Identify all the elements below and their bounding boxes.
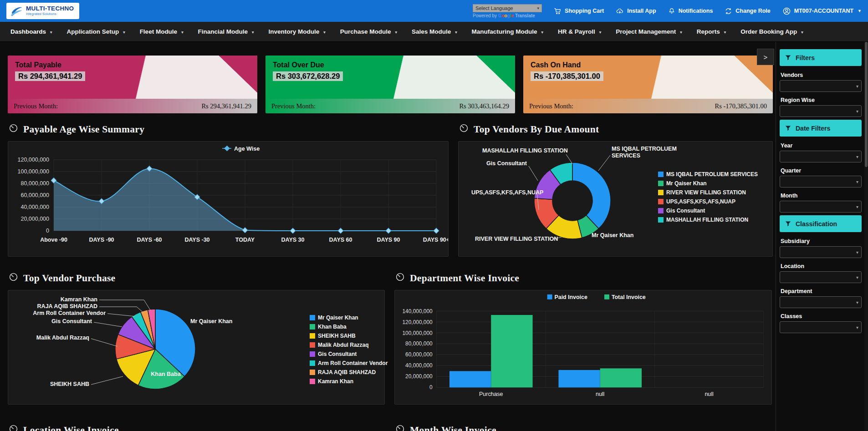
svg-text:100,000,000: 100,000,000 — [403, 330, 433, 336]
nav-item-label: Reports — [697, 28, 720, 35]
svg-text:Kamran Khan: Kamran Khan — [61, 296, 97, 303]
filter-label-quarter: Quarter — [781, 167, 861, 174]
logo-subtitle: Integrated Solutions — [26, 12, 74, 16]
gauge-icon — [459, 123, 469, 136]
legend-swatch — [658, 172, 664, 177]
filter-select-location[interactable]: ▾ — [780, 271, 862, 283]
kpi-value: Rs 303,672,628.29 — [273, 71, 343, 81]
topbar-link-notifications[interactable]: Notifications — [668, 7, 713, 15]
topbar-link-shopping-cart[interactable]: Shopping Cart — [554, 7, 604, 15]
nav-item-financial-module[interactable]: Financial Module▼ — [191, 22, 262, 41]
change-role-icon — [725, 7, 732, 15]
chevron-down-icon: ▾ — [856, 250, 858, 255]
logo[interactable]: MULTI-TECHNO Integrated Solutions — [6, 3, 79, 19]
filter-label-location: Location — [781, 263, 861, 269]
filter-label-subsidiary: Subsidiary — [781, 238, 861, 244]
nav-item-inventory-module[interactable]: Inventory Module▼ — [262, 22, 333, 41]
legend-item-gis-consultant[interactable]: Gis Consultant — [658, 206, 758, 215]
chevron-down-icon: ▾ — [856, 109, 858, 114]
legend-label: Gis Consultant — [318, 351, 357, 357]
svg-text:SHEIKH SAHB: SHEIKH SAHB — [50, 381, 89, 387]
section-header-top-vendor-purchase: Top Vendor Purchase — [9, 272, 385, 284]
legend-item-mr-qaiser-khan[interactable]: Mr Qaiser Khan — [658, 179, 758, 188]
notifications-bell-icon — [668, 7, 675, 15]
logo-swoosh-icon — [10, 5, 23, 17]
chevron-down-icon: ▼ — [122, 30, 126, 35]
chevron-down-icon: ▼ — [598, 30, 602, 35]
nav-item-dashboards[interactable]: Dashboards▼ — [4, 22, 60, 41]
legend-label: Gis Consultant — [666, 208, 705, 214]
sidebar-section-button-filters[interactable]: Filters — [780, 49, 862, 66]
legend-item-arm-roll-container-vendor[interactable]: Arm Roll Container Vendor — [310, 359, 388, 368]
section-title: Payable Age Wise Summary — [23, 124, 144, 135]
nav-item-project-management[interactable]: Project Management▼ — [609, 22, 689, 41]
svg-text:DAYS -90: DAYS -90 — [89, 237, 114, 243]
legend-item-malik-abdul-razzaq[interactable]: Malik Abdul Razzaq — [310, 340, 388, 350]
kpi-previous-value: Rs 303,463,164.29 — [459, 102, 509, 110]
legend-item-gis-consultant[interactable]: Gis Consultant — [310, 350, 388, 359]
legend-item-sheikh-sahb[interactable]: SHEIKH SAHB — [310, 331, 388, 340]
kpi-previous-value: Rs 294,361,941.29 — [201, 102, 251, 110]
scrollbar-thumb[interactable] — [865, 42, 868, 167]
nav-item-application-setup[interactable]: Application Setup▼ — [60, 22, 133, 41]
user-menu[interactable]: MT007-ACCOUNTANT ▼ — [782, 7, 862, 15]
nav-item-purchase-module[interactable]: Purchase Module▼ — [333, 22, 405, 41]
kpi-value: Rs 294,361,941.29 — [15, 71, 85, 81]
filter-select-year[interactable]: ▾ — [780, 151, 862, 162]
legend-item-kamran-khan[interactable]: Kamran Khan — [310, 377, 388, 386]
nav-item-label: Purchase Module — [340, 28, 391, 35]
topbar-link-change-role[interactable]: Change Role — [725, 7, 770, 15]
gauge-icon — [9, 123, 18, 136]
filter-select-quarter[interactable]: ▾ — [780, 176, 862, 188]
nav-item-sales-module[interactable]: Sales Module▼ — [405, 22, 465, 41]
svg-text:40,000,000: 40,000,000 — [20, 204, 49, 210]
svg-text:20,000,000: 20,000,000 — [405, 373, 433, 380]
chevron-down-icon: ▼ — [180, 30, 184, 35]
gauge-icon — [395, 272, 405, 284]
legend-item-mashallah-filling-station[interactable]: MASHALLAH FILLING STATION — [658, 215, 758, 224]
svg-text:null: null — [596, 391, 604, 397]
user-circle-icon — [782, 7, 791, 15]
legend-label: RIVER VIEW FILLING STATION — [666, 189, 746, 196]
filter-select-region-wise[interactable]: ▾ — [780, 105, 862, 117]
kpi-card-cash-on-hand: Cash On HandRs -170,385,301.00Previous M… — [523, 56, 773, 113]
sidebar-collapse-button[interactable]: > — [757, 49, 774, 65]
chevron-down-icon: ▼ — [454, 30, 458, 35]
legend-item-khan-baba[interactable]: Khan Baba — [310, 322, 388, 331]
nav-item-fleet-module[interactable]: Fleet Module▼ — [133, 22, 191, 41]
section-title: Location Wise Invoice — [23, 425, 119, 431]
topbar-link-install-app[interactable]: Install App — [616, 7, 656, 15]
top-vendors-due-chart-panel: MASHALLAH FILLING STATIONMS IQBAL PETROL… — [458, 141, 773, 257]
filter-select-department[interactable]: ▾ — [780, 296, 862, 308]
nav-item-order-booking-app[interactable]: Order Booking App▼ — [734, 22, 811, 41]
svg-text:RIVER VIEW FILLING STATION: RIVER VIEW FILLING STATION — [475, 236, 558, 242]
svg-text:MASHALLAH FILLING STATION: MASHALLAH FILLING STATION — [482, 147, 568, 154]
legend-label: Arm Roll Container Vendor — [318, 360, 388, 366]
filter-select-classes[interactable]: ▾ — [780, 321, 862, 333]
svg-text:140,000,000: 140,000,000 — [403, 308, 433, 314]
nav-item-manufacturing-module[interactable]: Manufacturing Module▼ — [465, 22, 551, 41]
sidebar-section-button-classification[interactable]: Classification — [780, 215, 862, 232]
sidebar-section-button-date-filters[interactable]: Date Filters — [780, 120, 862, 137]
legend-item-ms-iqbal-petroluem-services[interactable]: MS IQBAL PETROLUEM SERVICES — [658, 170, 758, 179]
svg-text:Paid Invoice: Paid Invoice — [555, 294, 587, 300]
scrollbar[interactable] — [864, 42, 868, 431]
legend-item-mr-qaiser-khan[interactable]: Mr Qaiser Khan — [310, 313, 388, 322]
legend-item-river-view-filling-station[interactable]: RIVER VIEW FILLING STATION — [658, 188, 758, 197]
legend-item-ups-asfs-kfs-afs-nuap[interactable]: UPS,ASFS,KFS,AFS,NUAP — [658, 197, 758, 206]
svg-text:DAYS 90+: DAYS 90+ — [423, 237, 448, 243]
nav-item-reports[interactable]: Reports▼ — [690, 22, 734, 41]
filter-select-month[interactable]: ▾ — [780, 201, 862, 213]
section-header-department-wise-invoice: Department Wise Invoice — [395, 272, 772, 284]
chart-legend: MS IQBAL PETROLUEM SERVICESMr Qaiser Kha… — [658, 170, 758, 224]
main-nav: Dashboards▼Application Setup▼Fleet Modul… — [0, 22, 868, 42]
chevron-down-icon: ▼ — [858, 9, 862, 13]
legend-item-raja-aqib-shahzad[interactable]: RAJA AQIB SHAHZAD — [310, 368, 388, 377]
language-select[interactable]: Select Language ▾ — [473, 4, 542, 12]
nav-item-hr-payroll[interactable]: HR & Payroll▼ — [551, 22, 609, 41]
filter-select-vendors[interactable]: ▾ — [780, 80, 862, 92]
svg-text:null: null — [705, 391, 713, 397]
section-title: Top Vendor Purchase — [23, 273, 115, 284]
svg-text:0: 0 — [429, 384, 433, 390]
filter-select-subsidiary[interactable]: ▾ — [780, 246, 862, 258]
